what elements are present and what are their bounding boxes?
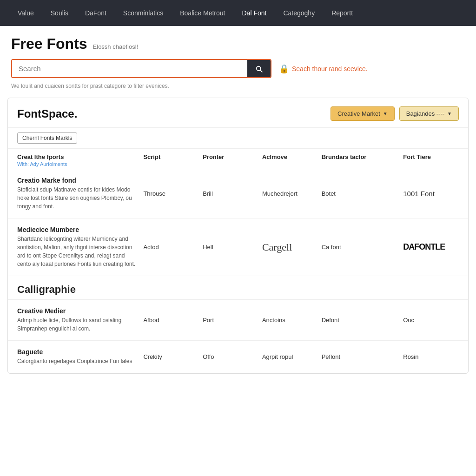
row2-name: Mediecice Mumbere bbox=[17, 226, 139, 233]
col-header-pronter: Pronter bbox=[203, 153, 258, 167]
section-header-calligraphie: Calligraphie bbox=[8, 276, 468, 300]
card-brand: FontSpace. bbox=[17, 107, 77, 120]
table-header: Creat lthe fports Wlth: Ady Aurfolments … bbox=[8, 149, 468, 169]
nav-item-boalice[interactable]: Boalice Metrout bbox=[172, 0, 233, 26]
page: Free Fonts Elossh chaefiosl! 🔒 Seach tho… bbox=[0, 26, 476, 476]
search-hint-text: Seach thour rand seevice. bbox=[292, 65, 368, 73]
table-row: Mediecice Mumbere Shartdanc lelicognting… bbox=[8, 218, 468, 276]
search-box bbox=[11, 59, 271, 78]
nav-bar: Value Soulis DaFont Sconminlatics Boalic… bbox=[0, 0, 476, 26]
nav-item-dalfont[interactable]: Dal Font bbox=[234, 0, 275, 26]
card-actions: Creative Market ▼ Bagiandes ---- ▼ bbox=[331, 106, 459, 121]
row1-info: Creatio Marke fond Stoficlait sdup Matin… bbox=[17, 177, 139, 211]
nav-item-categoghy[interactable]: Categoghy bbox=[275, 0, 323, 26]
col-label-name: Creat lthe fports bbox=[17, 153, 139, 160]
cal-row1-brundars: Defont bbox=[322, 317, 400, 324]
table-row: Creative Medier Admp huole licte, Dullow… bbox=[8, 300, 468, 341]
row1-aclmove: Muchedrejort bbox=[262, 190, 318, 197]
search-row: 🔒 Seach thour rand seevice. bbox=[11, 59, 465, 78]
cal-row1-info: Creative Medier Admp huole licte, Dullow… bbox=[17, 307, 139, 333]
row1-script: Throuse bbox=[143, 190, 199, 197]
cal-row2-name: Baguete bbox=[17, 348, 139, 356]
row2-desc: Shartdanc lelicognting witerer Mumioncy … bbox=[17, 235, 139, 268]
row1-fort: 1001 Font bbox=[403, 190, 459, 198]
cal-row2-aclmove: Agrpit ropul bbox=[262, 353, 318, 360]
page-title: Free Fonts bbox=[11, 35, 87, 53]
search-hint: 🔒 Seach thour rand seevice. bbox=[279, 64, 368, 74]
row2-info: Mediecice Mumbere Shartdanc lelicognting… bbox=[17, 226, 139, 268]
nav-item-sconminlatics[interactable]: Sconminlatics bbox=[115, 0, 172, 26]
creative-market-dropdown[interactable]: Creative Market ▼ bbox=[331, 106, 395, 121]
cal-row2-info: Baguete Calorgtianto regerlages Conplatr… bbox=[17, 348, 139, 365]
cal-row1-pronter: Port bbox=[203, 317, 258, 324]
col-header-fort: Fort Tiere bbox=[403, 153, 459, 167]
search-button[interactable] bbox=[247, 60, 271, 77]
desc-text: We loulit and cuaicen sontts for prast c… bbox=[11, 83, 465, 92]
col-sublabel-name[interactable]: Wlth: Ady Aurfolments bbox=[17, 161, 139, 167]
cal-row2-script: Crekity bbox=[143, 353, 199, 360]
cal-row1-fort: Ouc bbox=[403, 317, 459, 324]
row2-aclmove: Cargell bbox=[262, 241, 318, 253]
filter-row: Chernl Fonts Markls bbox=[8, 128, 468, 149]
row2-fort: DAFONTLE bbox=[403, 242, 459, 252]
cal-row2-desc: Calorgtianto regerlages Conplatrince Fun… bbox=[17, 357, 139, 365]
cal-row1-script: Afbod bbox=[143, 317, 199, 324]
bagiandes-label: Bagiandes ---- bbox=[406, 110, 444, 117]
row1-brundars: Botet bbox=[322, 190, 400, 197]
row1-name: Creatio Marke fond bbox=[17, 177, 139, 184]
cal-row1-aclmove: Anctoins bbox=[262, 317, 318, 324]
nav-item-reportt[interactable]: Reportt bbox=[323, 0, 361, 26]
cal-row2-brundars: Peflont bbox=[322, 353, 400, 360]
nav-item-soulis[interactable]: Soulis bbox=[42, 0, 77, 26]
col-header-script: Script bbox=[143, 153, 199, 167]
cal-row1-name: Creative Medier bbox=[17, 307, 139, 315]
nav-item-value[interactable]: Value bbox=[9, 0, 42, 26]
card-header: FontSpace. Creative Market ▼ Bagiandes -… bbox=[8, 98, 468, 128]
table-row: Baguete Calorgtianto regerlages Conplatr… bbox=[8, 341, 468, 373]
col-header-aclmove: Aclmove bbox=[262, 153, 318, 167]
row1-pronter: Brill bbox=[203, 190, 258, 197]
bagiandes-dropdown[interactable]: Bagiandes ---- ▼ bbox=[399, 106, 459, 121]
chevron-down-icon: ▼ bbox=[383, 111, 388, 116]
col-header-brundars: Brundars taclor bbox=[322, 153, 400, 167]
page-subtitle: Elossh chaefiosl! bbox=[93, 43, 139, 50]
row2-script: Actod bbox=[143, 244, 199, 251]
search-input[interactable] bbox=[12, 60, 247, 77]
chevron-down-icon-2: ▼ bbox=[447, 111, 452, 116]
col-header-name: Creat lthe fports Wlth: Ady Aurfolments bbox=[17, 153, 139, 167]
nav-item-dafont[interactable]: DaFont bbox=[77, 0, 115, 26]
cal-row2-fort: Rosin bbox=[403, 353, 459, 360]
row2-brundars: Ca font bbox=[322, 244, 400, 251]
page-header: Free Fonts Elossh chaefiosl! 🔒 Seach tho… bbox=[0, 26, 476, 98]
lock-icon: 🔒 bbox=[279, 64, 289, 74]
table-row: Creatio Marke fond Stoficlait sdup Matin… bbox=[8, 169, 468, 218]
main-card: FontSpace. Creative Market ▼ Bagiandes -… bbox=[7, 98, 469, 374]
row1-desc: Stoficlait sdup Matinave contis for kide… bbox=[17, 185, 139, 211]
creative-market-label: Creative Market bbox=[337, 110, 380, 117]
title-row: Free Fonts Elossh chaefiosl! bbox=[11, 35, 465, 53]
row2-pronter: Hell bbox=[203, 244, 258, 251]
section-title-calligraphie: Calligraphie bbox=[17, 284, 459, 296]
filter-tag[interactable]: Chernl Fonts Markls bbox=[17, 132, 77, 144]
cal-row1-desc: Admp huole licte, Dullows to sand osiali… bbox=[17, 316, 139, 333]
search-icon bbox=[255, 65, 263, 73]
cal-row2-pronter: Offo bbox=[203, 353, 258, 360]
